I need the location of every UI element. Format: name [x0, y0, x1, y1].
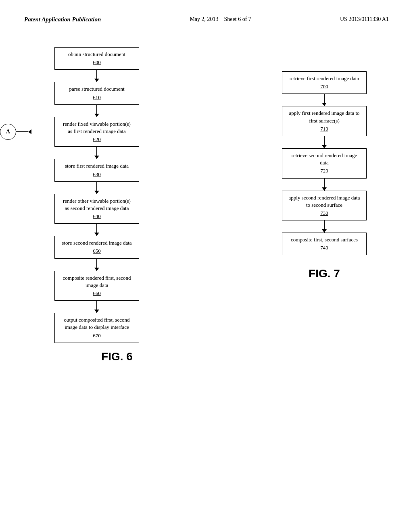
fig7-diagram: retrieve first rendered image data 700 a… — [268, 71, 381, 280]
arrow-730-740 — [324, 220, 325, 233]
arrow-620-630 — [96, 147, 97, 159]
date-label: May 2, 2013 — [190, 16, 218, 22]
fig6-label: FIG. 6 — [101, 350, 133, 363]
header-left: Patent Application Publication — [24, 16, 101, 23]
header: Patent Application Publication May 2, 20… — [24, 16, 389, 23]
arrow-640-650 — [96, 224, 97, 236]
arrow-600-610 — [96, 70, 97, 82]
publication-label: Patent Application Publication — [24, 16, 101, 23]
box-640: render other viewable portion(s) as seco… — [54, 194, 139, 224]
diagrams-container: obtain structured document 600 parse str… — [24, 47, 389, 363]
header-right: US 2013/0111330 A1 — [340, 16, 389, 23]
box-630: store first rendered image data 630 — [54, 159, 139, 181]
horiz-line-a — [16, 131, 28, 132]
circle-a-connector: A — [0, 124, 31, 140]
page: Patent Application Publication May 2, 20… — [0, 0, 413, 532]
box-730: apply second rendered image data to seco… — [282, 191, 367, 221]
box-650: store second rendered image data 650 — [54, 236, 139, 258]
box-610: parse structured document 610 — [54, 82, 139, 104]
box-660: composite rendered first, second image d… — [54, 271, 139, 301]
fig7-label: FIG. 7 — [309, 267, 340, 280]
box-670: output composited first, second image da… — [54, 313, 139, 343]
arrow-630-640 — [96, 182, 97, 194]
circle-a: A — [0, 124, 16, 140]
arrow-660-670 — [96, 301, 97, 313]
arrow-610-620 — [96, 105, 97, 117]
arrow-head-a — [28, 129, 31, 134]
box-740: composite first, second surfaces 740 — [282, 233, 367, 255]
arrow-650-660 — [96, 259, 97, 271]
box-620: render fixed viewable portion(s) as firs… — [54, 117, 139, 147]
arrow-720-730 — [324, 179, 325, 191]
sheet-label: Sheet 6 of 7 — [224, 16, 251, 22]
box-600: obtain structured document 600 — [54, 47, 139, 70]
patent-number: US 2013/0111330 A1 — [340, 16, 389, 22]
box-710: apply first rendered image data to first… — [282, 106, 367, 136]
header-center: May 2, 2013 Sheet 6 of 7 — [190, 16, 251, 23]
box-720: retrieve second rendered image data 720 — [282, 148, 367, 179]
box-700: retrieve first rendered image data 700 — [282, 71, 367, 94]
fig6-diagram: obtain structured document 600 parse str… — [32, 47, 161, 363]
arrow-710-720 — [324, 136, 325, 148]
arrow-700-710 — [324, 94, 325, 106]
